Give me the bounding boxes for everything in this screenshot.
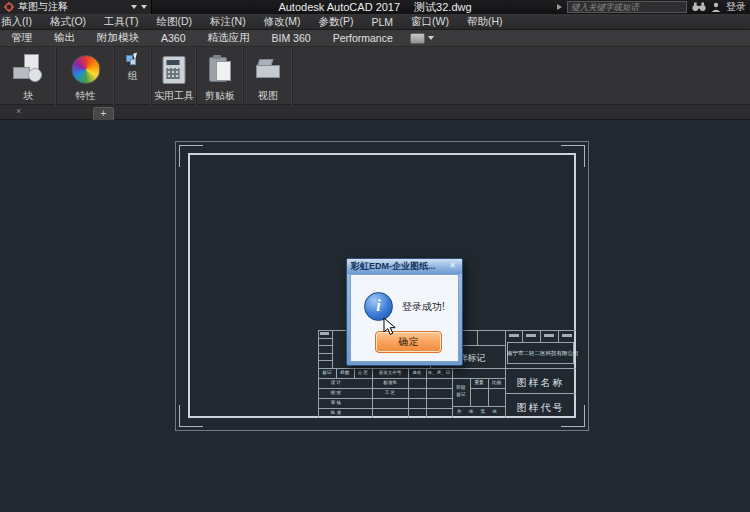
tb-header-cell: 分 区: [354, 371, 372, 376]
tb-row-label: 校 对: [318, 391, 354, 396]
corner-mark: [561, 145, 585, 167]
ribbon-tab-bar: 管理 输出 附加模块 A360 精选应用 BIM 360 Performance: [0, 30, 750, 47]
view-plane-icon: [256, 59, 280, 77]
weight-label: 重量: [470, 381, 488, 386]
ribbon-panel-utilities[interactable]: 实用工具: [152, 47, 197, 105]
tb-header-cell: 更改文件号: [372, 371, 408, 376]
menu-tools[interactable]: 工具(T): [95, 15, 147, 29]
search-binoculars-icon[interactable]: [692, 2, 706, 12]
menu-draw[interactable]: 绘图(D): [148, 15, 202, 29]
ribbon-display-options[interactable]: [410, 33, 434, 44]
sign-in-button[interactable]: 登录: [726, 0, 746, 14]
company-name: 南宁市二轻二区科技有限公司: [507, 351, 574, 357]
tb-mid-label: 工 艺: [372, 391, 408, 396]
scale-label: 比例: [488, 381, 505, 386]
menu-modify[interactable]: 修改(M): [255, 15, 310, 29]
ribbon-panel-clipboard[interactable]: 剪贴板: [197, 47, 244, 105]
user-icon[interactable]: [711, 2, 721, 12]
tb-header-cell: 标记: [318, 371, 336, 376]
ribbon-tab-featured-apps[interactable]: 精选应用: [197, 31, 261, 45]
drawing-code-label: 图样代号: [505, 401, 576, 415]
menu-window[interactable]: 窗口(W): [402, 15, 458, 29]
corner-mark: [179, 405, 203, 427]
menu-insert[interactable]: 插入(I): [0, 15, 41, 29]
infocenter-expand-icon[interactable]: [557, 4, 562, 10]
stage-mark-label: 阶段: [452, 386, 470, 391]
group-objects-icon: [126, 53, 140, 65]
menu-format[interactable]: 格式(O): [41, 15, 95, 29]
tab-close-icon[interactable]: ×: [16, 106, 21, 116]
mouse-cursor: [383, 317, 397, 337]
ribbon-panel-block[interactable]: 块: [0, 47, 57, 105]
tb-row-label: 批 准: [318, 411, 354, 416]
tb-header-cell: 年、月、日: [426, 371, 452, 376]
document-name: 测试32.dwg: [414, 1, 471, 13]
menu-plm[interactable]: PLM: [362, 16, 402, 28]
sheets-label: 共 张 第 张: [452, 410, 505, 415]
ribbon-panel-view[interactable]: 视图: [244, 47, 293, 105]
dialog-body: i 登录成功! 确定: [350, 274, 459, 362]
color-wheel-icon: [71, 55, 100, 84]
ribbon-tab-addins[interactable]: 附加模块: [86, 31, 150, 45]
ribbon-tab-manage[interactable]: 管理: [0, 31, 43, 45]
tb-row-label: 设 计: [318, 381, 354, 386]
dialog-message: 登录成功!: [402, 300, 445, 314]
ribbon-tab-a360[interactable]: A360: [150, 32, 197, 44]
new-drawing-tab-button[interactable]: +: [93, 107, 114, 121]
tb-header-cell: 签名: [408, 371, 426, 376]
tb-mid-label: 标准化: [372, 381, 408, 386]
menu-dimension[interactable]: 标注(N): [201, 15, 255, 29]
clipboard-icon: [209, 55, 231, 82]
title-bar: 草图与注释 Autodesk AutoCAD 2017测试32.dwg 键入关键…: [0, 0, 750, 14]
ribbon-empty-space: [293, 47, 750, 105]
ribbon-tab-output[interactable]: 输出: [43, 31, 86, 45]
menu-parametric[interactable]: 参数(P): [309, 15, 362, 29]
dialog-title-bar[interactable]: 彩虹EDM-企业图纸... ✕: [347, 259, 462, 274]
calculator-icon: [163, 56, 186, 84]
screenshot-icon: [410, 33, 425, 44]
ribbon-panel-row: 块 特性 组 实用工具 剪贴板 视图: [0, 47, 750, 105]
login-success-dialog: 彩虹EDM-企业图纸... ✕ i 登录成功! 确定: [346, 258, 463, 366]
ribbon-tab-bim360[interactable]: BIM 360: [261, 32, 322, 44]
drawing-name-label: 图样名称: [505, 376, 576, 390]
drawing-tab-bar: × +: [0, 105, 750, 120]
tb-header-cell: 处数: [336, 371, 354, 376]
corner-mark: [179, 145, 203, 167]
chevron-down-icon: [428, 36, 434, 40]
autocad-window: 草图与注释 Autodesk AutoCAD 2017测试32.dwg 键入关键…: [0, 0, 750, 512]
menu-bar: 插入(I) 格式(O) 工具(T) 绘图(D) 标注(N) 修改(M) 参数(P…: [0, 14, 750, 30]
tb-row-label: 审 核: [318, 401, 354, 406]
dialog-close-icon[interactable]: ✕: [446, 260, 459, 272]
ribbon-panel-group[interactable]: 组: [115, 47, 152, 105]
block-shapes-icon: [13, 54, 43, 84]
ribbon-tab-performance[interactable]: Performance: [322, 32, 404, 44]
ribbon-panel-properties[interactable]: 特性: [57, 47, 115, 105]
dialog-title: 彩虹EDM-企业图纸...: [347, 260, 436, 273]
search-input[interactable]: 键入关键字或短语: [567, 1, 687, 13]
menu-help[interactable]: 帮助(H): [458, 15, 512, 29]
